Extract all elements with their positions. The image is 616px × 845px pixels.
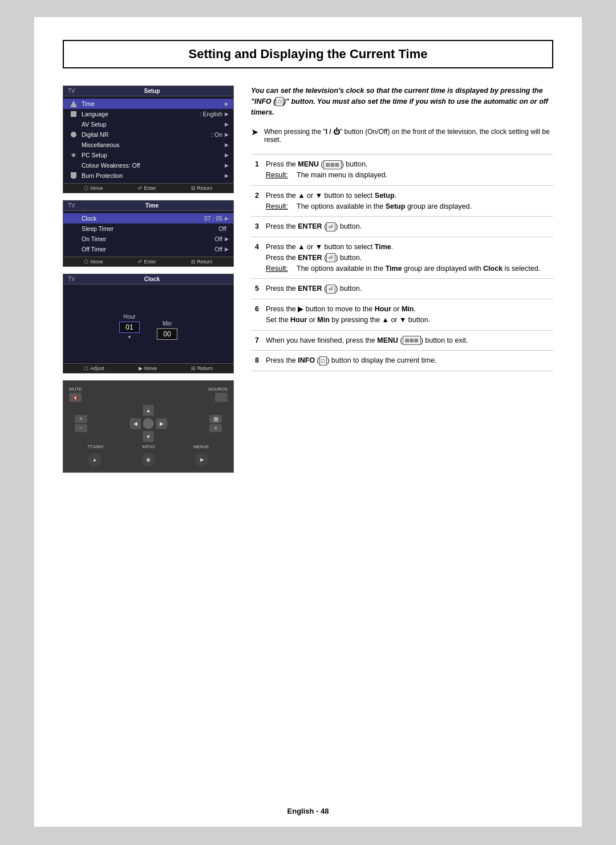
screen1-menu-body: Time ▶ Language : English ▶ AV Setup ▶ bbox=[63, 96, 233, 183]
intro-paragraph: You can set the television's clock so th… bbox=[251, 86, 553, 117]
step-8-num: 8 bbox=[251, 351, 262, 371]
left-column: TV Setup Time ▶ Language : English ▶ bbox=[63, 86, 234, 473]
menu-row-language: Language : English ▶ bbox=[63, 109, 233, 119]
screen2-menu-body: Clock 07 : 05 ▶ Sleep Timer Off On Timer… bbox=[63, 211, 233, 257]
screen2-title: Time bbox=[145, 202, 159, 209]
min-value: 00 bbox=[163, 330, 171, 338]
clock-hour-col: Hour 01 ▼ bbox=[119, 314, 140, 340]
step-3-row: 3 Press the ENTER (⏎) button. bbox=[251, 217, 553, 237]
step-2-row: 2 Press the ▲ or ▼ button to select Setu… bbox=[251, 185, 553, 217]
step-3-num: 3 bbox=[251, 217, 262, 237]
menu-row-misc: Miscellaneous ▶ bbox=[63, 140, 233, 150]
screen3-empty-row4 bbox=[63, 353, 233, 363]
step-7-num: 7 bbox=[251, 330, 262, 351]
step-1-row: 1 Press the MENU (⊞⊞⊞) button. Result:Th… bbox=[251, 155, 553, 186]
menu-row-clock: Clock 07 : 05 ▶ bbox=[63, 213, 233, 224]
screen3-tv-label: TV bbox=[68, 276, 75, 282]
note-arrow: ➤ bbox=[251, 127, 258, 144]
vol-ch-area: + − ▲ ▼ ◀ ▶ ▦ ≡ bbox=[75, 405, 222, 442]
footer-language: English - 48 bbox=[287, 807, 329, 815]
step-2-num: 2 bbox=[251, 185, 262, 217]
screen3-empty-row2 bbox=[63, 295, 233, 305]
tv-screen-setup: TV Setup Time ▶ Language : English ▶ bbox=[63, 86, 234, 193]
screen3-footer: ⬡Adjust ▶Move ⊟Return bbox=[63, 363, 233, 373]
step-5-row: 5 Press the ENTER (⏎) button. bbox=[251, 279, 553, 299]
remote-bottom-labels: TTX/MIX INFO⊡ MENU⊟ bbox=[69, 445, 228, 449]
screen1-tv-label: TV bbox=[68, 88, 75, 94]
menu-row-av: AV Setup ▶ bbox=[63, 119, 233, 129]
hour-value-box: 01 bbox=[119, 322, 140, 333]
page-title: Setting and Displaying the Current Time bbox=[75, 47, 541, 62]
page-title-box: Setting and Displaying the Current Time bbox=[63, 40, 553, 68]
screen1-header: TV Setup bbox=[63, 86, 233, 96]
step-1-content: Press the MENU (⊞⊞⊞) button. Result:The … bbox=[262, 155, 553, 186]
step-6-num: 6 bbox=[251, 299, 262, 331]
mute-area: MUTE 🔇 bbox=[69, 387, 82, 402]
hour-value: 01 bbox=[125, 323, 133, 331]
step-5-num: 5 bbox=[251, 279, 262, 299]
step-8-content: Press the INFO (□) button to display the… bbox=[262, 351, 553, 371]
step-5-content: Press the ENTER (⏎) button. bbox=[262, 279, 553, 299]
menu-row-burn: Burn Protection ▶ bbox=[63, 170, 233, 181]
hour-down-arrow: ▼ bbox=[127, 335, 132, 340]
min-value-box: 00 bbox=[157, 328, 177, 340]
hour-label: Hour bbox=[123, 314, 136, 320]
step-6-row: 6 Press the ▶ button to move to the Hour… bbox=[251, 299, 553, 331]
screen3-title: Clock bbox=[144, 276, 160, 282]
step-3-content: Press the ENTER (⏎) button. bbox=[262, 217, 553, 237]
clock-min-col: Min 00 bbox=[157, 320, 177, 340]
menu-icon-antenna bbox=[68, 100, 79, 108]
screen1-footer: ⬡Move ⏎Enter ⊟Return bbox=[63, 183, 233, 193]
step-4-content: Press the ▲ or ▼ button to select Time. … bbox=[262, 237, 553, 279]
menu-row-on-timer: On Timer Off ▶ bbox=[63, 234, 233, 244]
remote-control-area: MUTE 🔇 SOURCE + − bbox=[63, 380, 234, 473]
menu-icon-circle bbox=[68, 131, 79, 139]
source-area: SOURCE bbox=[208, 387, 228, 402]
step-6-content: Press the ▶ button to move to the Hour o… bbox=[262, 299, 553, 331]
menu-icon-speaker bbox=[68, 110, 79, 118]
steps-table: 1 Press the MENU (⊞⊞⊞) button. Result:Th… bbox=[251, 154, 553, 371]
d-pad: ▲ ▼ ◀ ▶ bbox=[130, 405, 167, 442]
screen2-header: TV Time bbox=[63, 201, 233, 211]
screen3-header: TV Clock bbox=[63, 274, 233, 285]
screen3-empty-row1 bbox=[63, 285, 233, 295]
menu-row-off-timer: Off Timer Off ▶ bbox=[63, 244, 233, 254]
step-1-num: 1 bbox=[251, 155, 262, 186]
clock-display: Hour 01 ▼ Min 00 bbox=[63, 305, 233, 343]
screen1-title: Setup bbox=[144, 88, 160, 94]
screen3-empty-row3 bbox=[63, 343, 233, 353]
step-4-num: 4 bbox=[251, 237, 262, 279]
note-text: When pressing the "I / ⏻" button (On/Off… bbox=[264, 128, 553, 144]
screen2-footer: ⬡Move ⏎Enter ⊟Return bbox=[63, 257, 233, 266]
note-row: ➤ When pressing the "I / ⏻" button (On/O… bbox=[251, 128, 553, 144]
screen2-tv-label: TV bbox=[68, 202, 75, 209]
remote-bottom-btns: ▲ ◉ ▶ bbox=[69, 453, 228, 466]
menu-row-colour: Colour Weakness: Off ▶ bbox=[63, 160, 233, 170]
step-7-row: 7 When you have finished, press the MENU… bbox=[251, 330, 553, 351]
tv-screen-clock: TV Clock Hour 01 ▼ Min bbox=[63, 274, 234, 373]
step-8-row: 8 Press the INFO (□) button to display t… bbox=[251, 351, 553, 371]
menu-icon-star bbox=[68, 151, 79, 159]
step-4-row: 4 Press the ▲ or ▼ button to select Time… bbox=[251, 237, 553, 279]
menu-icon-ribbon bbox=[68, 172, 79, 180]
menu-row-digital-nr: Digital NR : On ▶ bbox=[63, 129, 233, 140]
menu-row-sleep: Sleep Timer Off bbox=[63, 224, 233, 234]
menu-row-time: Time ▶ bbox=[63, 99, 233, 109]
step-7-content: When you have finished, press the MENU (… bbox=[262, 330, 553, 351]
min-label: Min bbox=[163, 320, 172, 327]
step-2-content: Press the ▲ or ▼ button to select Setup.… bbox=[262, 185, 553, 217]
right-column: You can set the television's clock so th… bbox=[251, 86, 553, 473]
tv-screen-time: TV Time Clock 07 : 05 ▶ Sleep Timer Off bbox=[63, 200, 234, 267]
page-footer: English - 48 bbox=[287, 807, 329, 815]
menu-row-pc: PC Setup ▶ bbox=[63, 150, 233, 160]
